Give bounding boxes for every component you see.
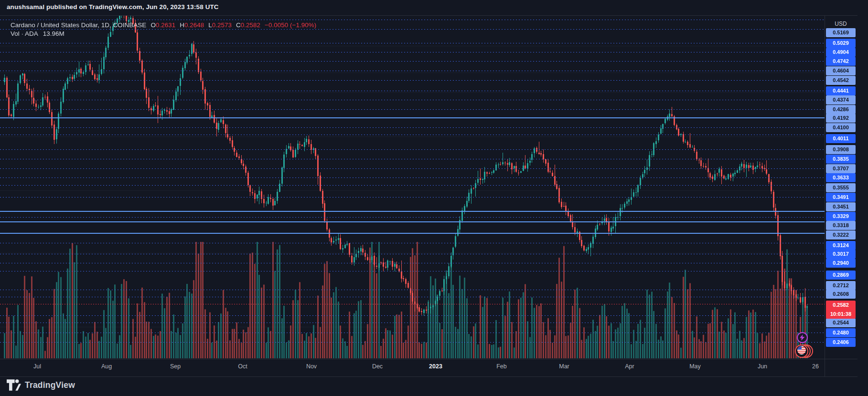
price-level-label-0.4286: 0.4286	[826, 105, 856, 114]
time-axis-label-May: May	[689, 363, 701, 370]
volume-label[interactable]: Vol · ADA	[11, 30, 38, 37]
close-value: 0.2582	[241, 21, 260, 29]
pane-bottom-border	[0, 359, 857, 359]
price-level-line-0.2869[interactable]	[0, 271, 825, 271]
time-axis-label-Mar: Mar	[559, 363, 569, 370]
price-level-line-0.2712[interactable]	[0, 290, 825, 290]
low-value: 0.2573	[212, 21, 232, 29]
price-level-label-0.3318: 0.3318	[826, 221, 856, 230]
price-level-line-0.5029[interactable]	[0, 43, 825, 43]
price-level-label-0.4542: 0.4542	[826, 76, 856, 85]
price-scale-border	[825, 0, 825, 376]
price-level-line-0.4100[interactable]	[0, 127, 825, 128]
volume-value: 13.96M	[43, 30, 64, 37]
price-level-line-0.2940[interactable]	[0, 263, 825, 263]
time-axis-label-Aug: Aug	[101, 363, 112, 370]
price-level-line[interactable]	[0, 20, 825, 20]
open-label: O	[150, 21, 156, 29]
price-level-line-0.3222[interactable]	[0, 233, 825, 234]
tradingview-branding[interactable]: TradingView	[7, 379, 75, 391]
price-level-label-0.3451: 0.3451	[826, 202, 856, 211]
price-level-line-0.3124[interactable]	[0, 243, 825, 243]
symbol-title[interactable]: Cardano / United States Dollar, 1D, COIN…	[11, 21, 146, 29]
high-label: H	[180, 21, 184, 29]
price-level-line-0.3835[interactable]	[0, 159, 825, 159]
price-level-line-0.3633[interactable]	[0, 177, 825, 178]
bar-countdown: 10:01:38	[826, 310, 856, 319]
price-level-line-0.4904[interactable]	[0, 52, 825, 52]
price-level-line-0.4604[interactable]	[0, 71, 825, 71]
price-level-label-0.4604: 0.4604	[826, 66, 856, 75]
price-level-line-0.4286[interactable]	[0, 109, 825, 110]
lightning-icon[interactable]	[797, 332, 808, 343]
tradingview-wordmark: TradingView	[25, 380, 75, 390]
price-level-label-0.2480: 0.2480	[826, 328, 856, 337]
price-level-label-0.4011: 0.4011	[826, 134, 856, 143]
low-label: L	[208, 21, 212, 29]
price-level-label-0.3017: 0.3017	[826, 250, 856, 259]
price-level-label-0.2940: 0.2940	[826, 259, 856, 268]
price-level-label-0.2544: 0.2544	[826, 318, 856, 327]
price-level-line-0.4542[interactable]	[0, 80, 825, 81]
time-axis-label-Sep: Sep	[170, 363, 181, 370]
price-level-line-0.2480[interactable]	[0, 323, 825, 323]
close-label: C	[236, 21, 241, 29]
price-level-line-0.3707[interactable]	[0, 168, 825, 169]
symbol-legend: Cardano / United States Dollar, 1D, COIN…	[11, 21, 316, 29]
time-axis-label-Apr: Apr	[625, 363, 634, 370]
last-price-value: 0.2582	[826, 301, 856, 310]
price-level-line-0.3491[interactable]	[0, 197, 825, 198]
current-price-line	[0, 304, 825, 304]
price-level-label-0.3707: 0.3707	[826, 164, 856, 173]
price-level-line-0.2608[interactable]	[0, 297, 825, 297]
price-level-label-0.3329: 0.3329	[826, 212, 856, 221]
price-level-label-0.2869: 0.2869	[826, 271, 856, 280]
price-level-line-0.3555[interactable]	[0, 185, 825, 186]
price-level-label-0.4192: 0.4192	[826, 114, 856, 123]
price-level-label-0.5169: 0.5169	[826, 28, 856, 37]
lightning-bolt-glyph	[800, 334, 805, 341]
price-level-label-0.3555: 0.3555	[826, 183, 856, 192]
attribution-bar: anushsamal published on TradingView.com,…	[0, 0, 868, 15]
price-level-line-0.2406[interactable]	[0, 333, 825, 333]
price-level-line-0.3329[interactable]	[0, 217, 825, 218]
price-level-line[interactable]	[0, 342, 825, 343]
price-level-label-0.3633: 0.3633	[826, 173, 856, 182]
change-value: −0.0050 (−1.90%)	[265, 21, 316, 29]
price-level-label-0.4441: 0.4441	[826, 86, 856, 95]
price-level-label-0.2406: 0.2406	[826, 338, 856, 347]
price-level-line-0.4441[interactable]	[0, 91, 825, 91]
price-level-line-0.3451[interactable]	[0, 211, 825, 212]
high-value: 0.2648	[184, 21, 204, 29]
price-level-label-0.3222: 0.3222	[826, 230, 856, 240]
price-level-line-0.3017[interactable]	[0, 254, 825, 254]
pane-top-border	[0, 15, 857, 16]
time-axis-label-Jun: Jun	[758, 363, 767, 370]
price-level-line-0.3908[interactable]	[0, 149, 825, 150]
time-axis-label-Feb: Feb	[496, 363, 507, 370]
price-level-line-0.4374[interactable]	[0, 100, 825, 100]
price-level-line-0.4192[interactable]	[0, 117, 825, 118]
open-value: 0.2631	[156, 21, 175, 29]
price-level-line-0.3318[interactable]	[0, 221, 825, 222]
price-level-label-0.3908: 0.3908	[826, 145, 856, 154]
price-level-line-0.2544[interactable]	[0, 315, 825, 316]
price-scale-currency: USD	[826, 21, 856, 27]
price-level-label-0.3835: 0.3835	[826, 155, 856, 164]
us-flag-icon	[797, 346, 806, 354]
price-level-label-0.3124: 0.3124	[826, 241, 856, 250]
price-level-line-0.4011[interactable]	[0, 135, 825, 135]
price-chart-canvas[interactable]	[0, 0, 825, 359]
economic-events-icon[interactable]	[795, 344, 814, 359]
time-axis-label-Jul: Jul	[33, 363, 41, 370]
tradingview-logo-icon	[7, 379, 21, 391]
price-level-label-0.5029: 0.5029	[826, 39, 856, 48]
price-level-line-0.4742[interactable]	[0, 61, 825, 62]
time-axis-label-Dec: Dec	[372, 363, 383, 370]
tradingview-snapshot: anushsamal published on TradingView.com,…	[0, 0, 868, 396]
price-level-label-0.4374: 0.4374	[826, 95, 856, 104]
time-axis-label-26: 26	[812, 363, 819, 370]
price-level-line-0.5169[interactable]	[0, 29, 825, 30]
attribution-text: anushsamal published on TradingView.com,…	[7, 3, 219, 10]
time-axis-label-2023: 2023	[429, 363, 442, 370]
